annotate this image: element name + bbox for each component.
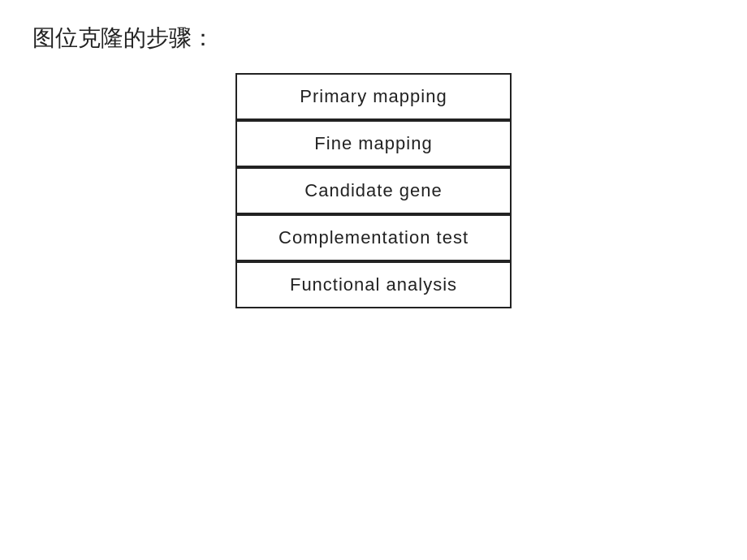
step-complementation-test: Complementation test bbox=[235, 214, 512, 261]
flowchart: Primary mapping Fine mapping Candidate g… bbox=[0, 73, 747, 308]
step-primary-mapping-label: Primary mapping bbox=[300, 86, 447, 107]
step-functional-analysis-label: Functional analysis bbox=[290, 274, 457, 295]
step-functional-analysis: Functional analysis bbox=[235, 261, 512, 308]
step-complementation-test-label: Complementation test bbox=[279, 227, 468, 248]
step-fine-mapping: Fine mapping bbox=[235, 120, 512, 167]
step-candidate-gene-label: Candidate gene bbox=[304, 180, 442, 201]
step-candidate-gene: Candidate gene bbox=[235, 167, 512, 214]
step-fine-mapping-label: Fine mapping bbox=[314, 133, 432, 154]
page-title: 图位克隆的步骤： bbox=[32, 23, 214, 54]
step-primary-mapping: Primary mapping bbox=[235, 73, 512, 120]
